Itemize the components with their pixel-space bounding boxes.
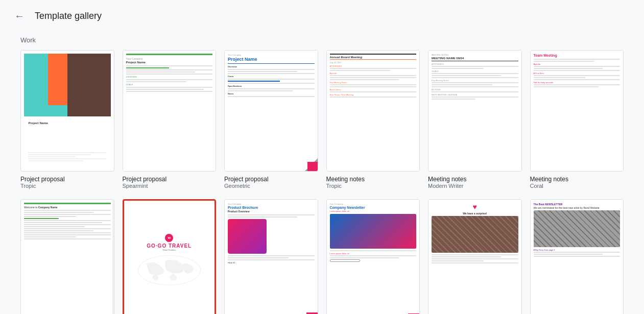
template-item-pp-tropic[interactable]: Project Name Project p xyxy=(20,50,114,189)
template-name-pp-spearmint: Project proposal xyxy=(123,176,217,183)
thumbnail-br-modern: W GO·GO TRAVEL Tribal Troubies xyxy=(123,199,217,314)
template-sub-mn-tropic: Tropic xyxy=(326,183,420,189)
back-button[interactable]: ← xyxy=(12,8,27,24)
template-item-mn-tropic[interactable]: Annual Board Meeting July 23, 2017 ATTEN… xyxy=(326,50,420,189)
template-item-on-spearmint[interactable]: Welcome to Company Name xyxy=(20,199,114,314)
template-item-nl-lively[interactable]: ♥ We have a surprise! Newsletter Lively xyxy=(428,199,522,314)
template-name-pp-tropic: Project proposal xyxy=(20,176,114,183)
template-item-nl-plum[interactable]: The Beat NEWSLETTER We are nominated for… xyxy=(530,199,624,314)
template-sub-mn-coral: Coral xyxy=(530,183,624,189)
thumbnail-nl-geometric: Your Company Company Newsletter Lorem ip… xyxy=(326,199,420,314)
section-label-work: Work xyxy=(20,36,624,44)
template-sub-pp-tropic: Tropic xyxy=(20,183,114,189)
template-item-br-modern[interactable]: W GO·GO TRAVEL Tribal Troubies Brochure xyxy=(123,199,217,314)
thumbnail-br-geometric: Your Company Product Brochure Product Ov… xyxy=(224,199,318,314)
thumbnail-pp-tropic: Project Name xyxy=(20,50,114,172)
template-item-pp-spearmint[interactable]: Your Company Project Name OVERVIEW GOALS xyxy=(123,50,217,189)
header: ← Template gallery xyxy=(0,0,644,32)
template-name-pp-geometric: Project proposal xyxy=(224,176,318,183)
template-item-nl-geometric[interactable]: Your Company Company Newsletter Lorem ip… xyxy=(326,199,420,314)
thumbnail-mn-modern: MEETING NOTES MEETING NAME 09/04 ATTENDE… xyxy=(428,50,522,172)
thumbnail-mn-tropic: Annual Board Meeting July 23, 2017 ATTEN… xyxy=(326,50,420,172)
back-icon: ← xyxy=(14,10,25,22)
template-sub-pp-geometric: Geometric xyxy=(224,183,318,189)
thumbnail-nl-lively: ♥ We have a surprise! xyxy=(428,199,522,314)
work-section: Work Project Name xyxy=(20,36,624,314)
page-container: ← Template gallery Work Proj xyxy=(0,0,644,314)
thumbnail-pp-geometric: Your Company Project Name Overview Costs xyxy=(224,50,318,172)
template-item-br-geometric[interactable]: Your Company Product Brochure Product Ov… xyxy=(224,199,318,314)
gallery-content: Work Project Name xyxy=(0,32,644,314)
thumbnail-mn-coral: Team Meeting Agenda A First Item Talk xyxy=(530,50,624,172)
template-name-mn-tropic: Meeting notes xyxy=(326,176,420,183)
template-sub-pp-spearmint: Spearmint xyxy=(123,183,217,189)
templates-row-1: Project Name Project p xyxy=(20,50,624,189)
world-map-icon xyxy=(136,254,202,287)
page-title: Template gallery xyxy=(35,11,102,21)
thumbnail-nl-plum: The Beat NEWSLETTER We are nominated for… xyxy=(530,199,624,314)
thumbnail-on-spearmint: Welcome to Company Name xyxy=(20,199,114,314)
template-item-mn-modern[interactable]: MEETING NOTES MEETING NAME 09/04 ATTENDE… xyxy=(428,50,522,189)
template-name-mn-coral: Meeting notes xyxy=(530,176,624,183)
thumbnail-pp-spearmint: Your Company Project Name OVERVIEW GOALS xyxy=(123,50,217,172)
template-name-mn-modern: Meeting notes xyxy=(428,176,522,183)
templates-row-2: Welcome to Company Name xyxy=(20,199,624,314)
template-item-pp-geometric[interactable]: Your Company Project Name Overview Costs xyxy=(224,50,318,189)
template-item-mn-coral[interactable]: Team Meeting Agenda A First Item Talk xyxy=(530,50,624,189)
template-sub-mn-modern: Modern Writer xyxy=(428,183,522,189)
